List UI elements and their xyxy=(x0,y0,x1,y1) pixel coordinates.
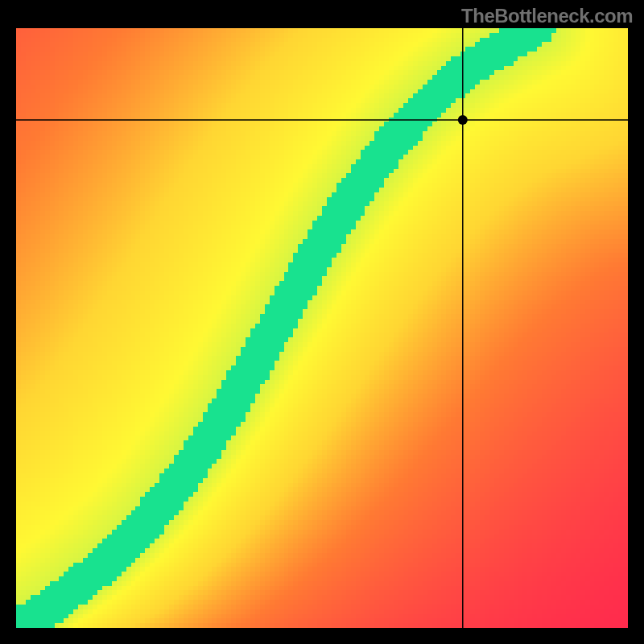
watermark-text: TheBottleneck.com xyxy=(461,5,633,27)
overlay-canvas xyxy=(16,28,628,628)
chart-stage: TheBottleneck.com xyxy=(0,0,644,644)
